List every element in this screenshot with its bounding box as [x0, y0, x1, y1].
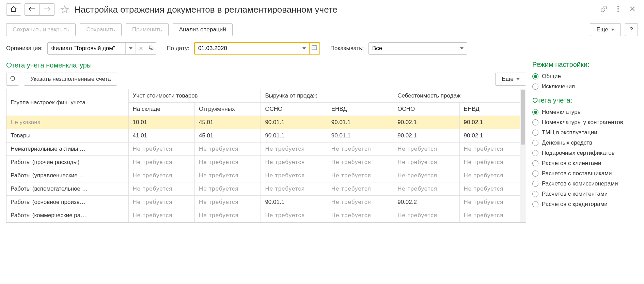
- accounts-table[interactable]: Группа настроек фин. учета Учет стоимост…: [6, 89, 526, 222]
- th-cost[interactable]: Себестоимость продаж: [393, 89, 526, 103]
- cell-account[interactable]: Не требуется: [327, 156, 393, 169]
- cell-group-name[interactable]: Товары: [6, 129, 128, 143]
- cell-account[interactable]: 10.01: [128, 116, 194, 129]
- date-calendar-button[interactable]: [309, 43, 319, 54]
- forward-button[interactable]: [40, 3, 54, 16]
- org-input[interactable]: [48, 43, 125, 54]
- cell-account[interactable]: Не требуется: [459, 209, 525, 222]
- table-scrollbar[interactable]: [520, 89, 526, 222]
- cell-account[interactable]: Не требуется: [128, 169, 194, 182]
- cell-account[interactable]: 45.01: [194, 129, 261, 143]
- cell-account[interactable]: Не требуется: [459, 169, 525, 182]
- cell-account[interactable]: Не требуется: [393, 209, 459, 222]
- th-stock-shipped[interactable]: Отгруженных: [194, 103, 261, 116]
- cell-account[interactable]: 90.02.1: [459, 116, 525, 129]
- radio-option[interactable]: Денежных средств: [532, 138, 638, 148]
- cell-account[interactable]: 90.02.1: [459, 129, 525, 143]
- cell-account[interactable]: 90.02.1: [393, 116, 459, 129]
- cell-account[interactable]: Не требуется: [261, 169, 327, 182]
- cell-account[interactable]: 90.01.1: [261, 196, 327, 209]
- table-row[interactable]: Работы (управленческие …Не требуетсяНе т…: [6, 169, 526, 182]
- cell-group-name[interactable]: Нематериальные активы …: [6, 143, 128, 156]
- cell-account[interactable]: Не требуется: [327, 169, 393, 182]
- cell-account[interactable]: Не требуется: [194, 169, 261, 182]
- cell-account[interactable]: 90.01.1: [327, 129, 393, 143]
- home-button[interactable]: [6, 3, 21, 16]
- cell-account[interactable]: Не требуется: [261, 182, 327, 196]
- radio-option[interactable]: Номенклатуры: [532, 107, 638, 117]
- help-button[interactable]: ?: [625, 23, 638, 36]
- cell-account[interactable]: Не требуется: [261, 209, 327, 222]
- radio-option[interactable]: Исключения: [532, 81, 638, 92]
- cell-account[interactable]: Не требуется: [128, 143, 194, 156]
- table-row[interactable]: Не указана10.0145.0190.01.190.01.190.02.…: [6, 116, 526, 129]
- link-button[interactable]: [598, 4, 609, 15]
- th-group[interactable]: Группа настроек фин. учета: [6, 89, 128, 116]
- table-row[interactable]: Товары41.0145.0190.01.190.01.190.02.190.…: [6, 129, 526, 143]
- cell-account[interactable]: Не требуется: [393, 143, 459, 156]
- radio-option[interactable]: Расчетов с комиссионерами: [532, 179, 638, 189]
- show-combo[interactable]: [368, 42, 467, 55]
- table-row[interactable]: Нематериальные активы …Не требуетсяНе тр…: [6, 143, 526, 156]
- apply-button[interactable]: Применить: [126, 23, 169, 36]
- kebab-menu-button[interactable]: [613, 4, 624, 15]
- radio-option[interactable]: Номенклатуры у контрагентов: [532, 117, 638, 128]
- fill-empty-accounts-button[interactable]: Указать незаполненные счета: [24, 73, 117, 86]
- th-cost-envd[interactable]: ЕНВД: [459, 103, 525, 116]
- cell-account[interactable]: Не требуется: [128, 209, 194, 222]
- cell-account[interactable]: Не требуется: [459, 182, 525, 196]
- th-stock[interactable]: Учет стоимости товаров: [128, 89, 261, 103]
- cell-account[interactable]: Не требуется: [194, 209, 261, 222]
- radio-option[interactable]: Расчетов с кредиторами: [532, 199, 638, 209]
- cell-group-name[interactable]: Работы (управленческие …: [6, 169, 128, 182]
- cell-account[interactable]: Не требуется: [327, 182, 393, 196]
- cell-account[interactable]: 41.01: [128, 129, 194, 143]
- cell-account[interactable]: Не требуется: [128, 156, 194, 169]
- th-revenue[interactable]: Выручка от продаж: [261, 89, 393, 103]
- table-row[interactable]: Работы (вспомогательное …Не требуетсяНе …: [6, 182, 526, 196]
- cell-account[interactable]: Не требуется: [194, 182, 261, 196]
- radio-option[interactable]: Расчетов с поставщиками: [532, 168, 638, 179]
- org-dropdown-button[interactable]: [125, 43, 136, 54]
- date-input[interactable]: [195, 43, 299, 54]
- refresh-button[interactable]: [6, 73, 19, 86]
- cell-account[interactable]: 45.01: [194, 116, 261, 129]
- th-cost-osno[interactable]: ОСНО: [393, 103, 459, 116]
- cell-account[interactable]: 90.02.2: [393, 196, 459, 209]
- date-combo[interactable]: [194, 42, 320, 55]
- cell-group-name[interactable]: Не указана: [6, 116, 128, 129]
- cell-group-name[interactable]: Работы (коммерческие ра…: [6, 209, 128, 222]
- radio-option[interactable]: Общие: [532, 71, 638, 81]
- favorite-star-icon[interactable]: [60, 5, 69, 14]
- back-button[interactable]: [25, 3, 40, 16]
- th-revenue-envd[interactable]: ЕНВД: [327, 103, 393, 116]
- cell-account[interactable]: Не требуется: [128, 182, 194, 196]
- cell-account[interactable]: Не требуется: [459, 196, 525, 209]
- cell-account[interactable]: Не требуется: [459, 156, 525, 169]
- cell-account[interactable]: Не требуется: [459, 143, 525, 156]
- cell-account[interactable]: Не требуется: [393, 156, 459, 169]
- cell-account[interactable]: Не требуется: [194, 143, 261, 156]
- date-dropdown-button[interactable]: [299, 43, 309, 54]
- cell-account[interactable]: Не требуется: [393, 169, 459, 182]
- show-dropdown-button[interactable]: [457, 43, 467, 54]
- cell-group-name[interactable]: Работы (основное произв…: [6, 196, 128, 209]
- th-stock-warehouse[interactable]: На складе: [128, 103, 194, 116]
- cell-account[interactable]: Не требуется: [327, 143, 393, 156]
- org-open-button[interactable]: [146, 43, 156, 54]
- cell-account[interactable]: 90.01.1: [261, 129, 327, 143]
- cell-account[interactable]: Не требуется: [393, 182, 459, 196]
- table-row[interactable]: Работы (прочие расходы)Не требуетсяНе тр…: [6, 156, 526, 169]
- radio-option[interactable]: Расчетов с комитентами: [532, 189, 638, 199]
- cell-group-name[interactable]: Работы (вспомогательное …: [6, 182, 128, 196]
- table-more-button[interactable]: Еще: [495, 73, 526, 86]
- show-input[interactable]: [369, 43, 457, 54]
- cell-account[interactable]: Не требуется: [128, 196, 194, 209]
- table-row[interactable]: Работы (коммерческие ра…Не требуетсяНе т…: [6, 209, 526, 222]
- close-button[interactable]: [627, 4, 638, 15]
- cell-account[interactable]: Не требуется: [194, 156, 261, 169]
- save-button[interactable]: Сохранить: [80, 23, 121, 36]
- cell-account[interactable]: Не требуется: [261, 143, 327, 156]
- cell-account[interactable]: Не требуется: [327, 196, 393, 209]
- cell-account[interactable]: Не требуется: [327, 209, 393, 222]
